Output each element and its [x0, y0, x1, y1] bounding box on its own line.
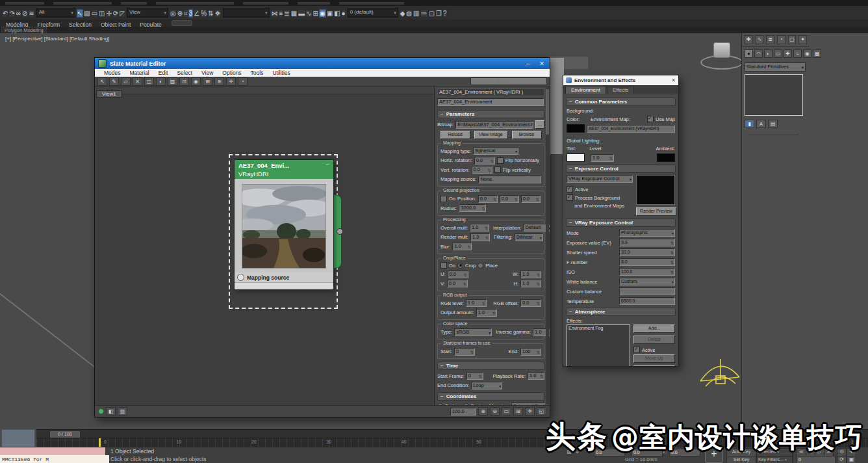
viewport-config-icon[interactable]: ▢	[428, 9, 435, 18]
position-z-spinner[interactable]: 0.0	[521, 195, 541, 203]
node-slot-row[interactable]: Mapping source	[235, 272, 333, 282]
zoom-in-icon[interactable]: ⊕	[478, 407, 488, 416]
menu-item[interactable]: Modes	[99, 70, 125, 76]
grid-button-icon[interactable]: ▦	[813, 49, 821, 58]
close-icon[interactable]: ✕	[671, 77, 676, 83]
lights-category-icon[interactable]: ◐	[764, 49, 772, 58]
render-setup-icon[interactable]: ▣	[326, 9, 333, 18]
parameter-field[interactable]: 9.9	[619, 239, 675, 246]
helpers-category-icon[interactable]: ✚	[784, 49, 792, 58]
move-down-button[interactable]: Move Down	[633, 365, 675, 366]
menu-item[interactable]: Select	[172, 70, 197, 76]
schematic-view-icon[interactable]: ⊞	[313, 9, 319, 18]
coord-mapping-dropdown[interactable]: Spherical Environment	[511, 403, 544, 406]
zoom-out-icon[interactable]: ⊖	[490, 407, 500, 416]
effects-listbox[interactable]: Environment Fog	[567, 324, 630, 366]
reference-coordinate-dropdown[interactable]: View	[127, 8, 168, 18]
delete-selected-icon[interactable]: ✕	[133, 77, 142, 86]
hide-unused-nodeslots-icon[interactable]: ◫	[144, 77, 154, 86]
horiz-rotation-spinner[interactable]: 0.0	[474, 157, 495, 165]
rollout-coordinates[interactable]: Coordinates	[437, 392, 544, 401]
exposure-active-checkbox[interactable]	[567, 186, 573, 192]
render-preview-button[interactable]: Render Preview	[636, 207, 676, 216]
show-background-icon[interactable]: ▨	[168, 77, 177, 86]
node-info-icon[interactable]: ▥	[118, 407, 127, 416]
space-warps-category-icon[interactable]: ≈	[793, 49, 802, 58]
rollout-time[interactable]: Time	[437, 362, 544, 370]
position-y-spinner[interactable]: 0.0	[500, 195, 519, 203]
systems-category-icon[interactable]: ◉	[803, 49, 811, 58]
material-editor-icon[interactable]: ◉	[319, 9, 326, 18]
flip-vertical-checkbox[interactable]	[494, 166, 501, 173]
minimize-icon[interactable]: ─	[524, 60, 533, 67]
selection-filter-dropdown[interactable]: All	[36, 8, 75, 18]
parameter-field[interactable]: 8.0	[619, 258, 675, 266]
node-collapse-icon[interactable]: ─	[326, 162, 329, 169]
colorspace-type-dropdown[interactable]: sRGB	[454, 328, 492, 336]
parameter-field[interactable]: Custom	[619, 278, 675, 285]
close-icon[interactable]: ✕	[537, 60, 546, 67]
assign-material-to-selection-icon[interactable]: ▱	[121, 77, 131, 86]
filtering-dropdown[interactable]: Bilinear	[515, 233, 543, 241]
vrayhdri-material-node[interactable]: AE37_004_Envi...─ VRayHDRI	[234, 159, 334, 290]
select-by-material-icon[interactable]: ◉	[191, 77, 201, 86]
rollout-atmosphere[interactable]: Atmosphere	[566, 308, 676, 316]
environ-radio[interactable]	[463, 403, 469, 405]
keyboard-override-icon[interactable]: ⌗	[183, 9, 188, 18]
parameter-field[interactable]: Photographic	[619, 229, 675, 237]
tint-color-swatch[interactable]	[567, 153, 585, 162]
viewcube-cube[interactable]	[713, 42, 730, 58]
lock-sample-icon[interactable]: ◔	[238, 77, 248, 86]
menu-item[interactable]: Utilities	[268, 70, 294, 76]
motion-tab-icon[interactable]: ◔	[777, 35, 785, 44]
render-production-icon[interactable]: ●	[341, 9, 346, 18]
menu-item[interactable]: Edit	[154, 70, 173, 76]
menu-item[interactable]: Material	[125, 70, 154, 76]
unlink-selection-icon[interactable]: ⊘	[21, 9, 28, 18]
menu-item[interactable]: View	[197, 70, 218, 76]
radius-spinner[interactable]: 1000.0	[459, 204, 486, 212]
dialog-title-bar[interactable]: Environment and Effects ✕	[563, 75, 678, 85]
select-and-link-icon[interactable]: ∞	[16, 9, 21, 18]
select-and-scale-icon[interactable]: ◸	[119, 9, 125, 18]
ambient-color-swatch[interactable]	[657, 153, 675, 162]
layer-manager-icon[interactable]: ▦	[290, 9, 298, 18]
view-image-button[interactable]: View Image	[474, 131, 508, 139]
geometry-category-icon[interactable]: ●	[745, 49, 753, 58]
cameras-category-icon[interactable]: ▭	[774, 49, 782, 58]
slot-connector-icon[interactable]	[237, 274, 244, 281]
layer-dropdown[interactable]: 0 (default)	[348, 8, 398, 18]
crop-u-spinner[interactable]: 0.0	[448, 271, 468, 278]
effects-list-item[interactable]: Environment Fog	[568, 326, 628, 330]
search-input[interactable]	[470, 77, 547, 85]
output-amount-spinner[interactable]: 1.0	[476, 309, 497, 317]
place-radio[interactable]	[478, 263, 483, 269]
object-category-dropdown[interactable]: Standard Primitives	[745, 62, 806, 72]
display-tab-icon[interactable]: ▢	[788, 35, 797, 44]
show-statistics-icon[interactable]: ≔	[420, 9, 428, 18]
snap-toggle-icon[interactable]: ◆	[400, 9, 406, 18]
layout-all-icon[interactable]: ≋	[214, 77, 224, 86]
viewcube[interactable]	[700, 38, 741, 72]
edit-named-selections-icon[interactable]: ❖	[214, 9, 222, 18]
canvas-zoom-field[interactable]: 100.0	[450, 408, 476, 416]
end-spinner[interactable]: 100	[520, 348, 541, 356]
zoom-extents-icon[interactable]: ⊞	[513, 407, 523, 416]
dome-light-gizmo[interactable]	[696, 351, 741, 394]
select-and-rotate-icon[interactable]: ⟳	[112, 9, 119, 18]
material-name-field[interactable]	[437, 98, 544, 106]
ribbon-state-toggle[interactable]	[172, 20, 192, 26]
use-center-icon[interactable]: ◎	[170, 9, 177, 18]
angle-snap-icon[interactable]: ∠	[193, 9, 200, 18]
window-crossing-icon[interactable]: ◫	[98, 9, 105, 18]
process-background-checkbox[interactable]	[567, 194, 573, 201]
show-end-result-icon[interactable]: A	[756, 120, 766, 128]
flip-horizontal-checkbox[interactable]	[497, 157, 504, 164]
parameter-field[interactable]: 6500.0	[619, 297, 675, 305]
mapping-type-dropdown[interactable]: Spherical	[473, 147, 518, 155]
spinner-snap-icon[interactable]: ⇅	[207, 9, 214, 18]
shapes-category-icon[interactable]: ◠	[754, 49, 763, 58]
start-spinner[interactable]: 0	[454, 348, 475, 356]
zoom-extents-selected-icon[interactable]: ⊞	[203, 77, 212, 86]
rollout-exposure-control[interactable]: Exposure Control	[566, 165, 676, 173]
